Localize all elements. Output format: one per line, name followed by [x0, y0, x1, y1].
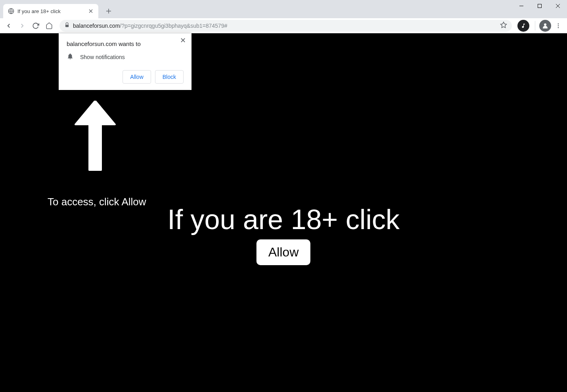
age-gate-heading: If you are 18+ click	[0, 204, 567, 235]
profile-button[interactable]	[539, 20, 551, 32]
back-button[interactable]	[2, 19, 15, 32]
svg-point-13	[558, 23, 559, 25]
prompt-permission-label: Show notifications	[80, 54, 125, 60]
allow-button[interactable]: Allow	[123, 70, 151, 84]
toolbar-divider	[535, 21, 535, 31]
lock-icon[interactable]	[64, 22, 70, 29]
prompt-permission-row: Show notifications	[67, 53, 184, 61]
forward-button[interactable]	[16, 19, 29, 32]
bell-icon	[67, 53, 74, 61]
kebab-menu-icon[interactable]	[552, 19, 565, 32]
tab-close-icon[interactable]	[87, 8, 94, 15]
browser-title-bar: If you are 18+ click	[0, 0, 567, 18]
page-content: ✕ balanceforsun.com wants to Show notifi…	[0, 33, 567, 392]
svg-point-15	[558, 27, 559, 28]
prompt-close-icon[interactable]: ✕	[179, 36, 187, 44]
svg-point-14	[558, 25, 559, 26]
svg-marker-16	[75, 101, 115, 170]
page-allow-button[interactable]: Allow	[257, 239, 310, 265]
svg-point-12	[544, 23, 546, 26]
block-button[interactable]: Block	[155, 70, 184, 84]
reload-button[interactable]	[29, 19, 42, 32]
home-button[interactable]	[43, 19, 56, 32]
prompt-origin-text: balanceforsun.com wants to	[67, 40, 184, 47]
svg-marker-11	[501, 22, 507, 27]
bookmark-star-icon[interactable]	[500, 21, 507, 30]
notification-permission-prompt: ✕ balanceforsun.com wants to Show notifi…	[59, 33, 192, 90]
globe-icon	[8, 8, 14, 14]
minimize-button[interactable]	[512, 0, 531, 12]
tab-title: If you are 18+ click	[17, 8, 87, 14]
browser-toolbar: balanceforsun.com/?p=gizgcnrqgu5gi3bphay…	[0, 18, 567, 33]
window-controls	[512, 0, 567, 12]
arrow-up-icon	[71, 101, 119, 174]
close-window-button[interactable]	[549, 0, 567, 12]
svg-rect-7	[538, 4, 542, 8]
browser-tab[interactable]: If you are 18+ click	[3, 4, 98, 18]
url-text: balanceforsun.com/?p=gizgcnrqgu5gi3bphay…	[73, 23, 497, 29]
address-bar[interactable]: balanceforsun.com/?p=gizgcnrqgu5gi3bphay…	[59, 20, 512, 32]
maximize-button[interactable]	[531, 0, 549, 12]
prompt-actions: Allow Block	[67, 70, 184, 84]
svg-rect-10	[65, 25, 69, 27]
extension-button[interactable]	[517, 20, 529, 32]
new-tab-button[interactable]	[103, 6, 114, 17]
